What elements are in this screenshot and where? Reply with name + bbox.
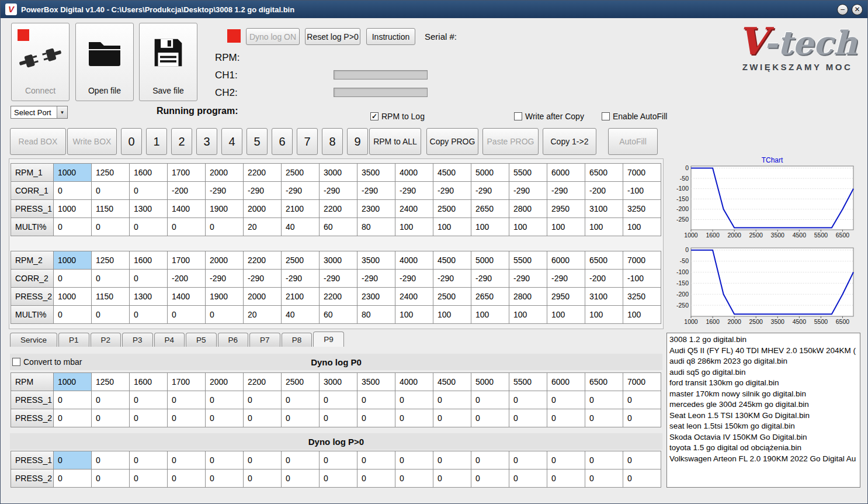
table-cell[interactable]: -200 (168, 270, 206, 288)
table-cell[interactable]: 3250 (623, 200, 661, 218)
table-cell[interactable]: 40 (282, 218, 320, 236)
table-cell[interactable]: -290 (509, 182, 547, 200)
table-cell[interactable]: 2500 (282, 251, 320, 270)
table-cell[interactable]: 60 (320, 218, 357, 236)
tab-p1[interactable]: P1 (58, 333, 89, 347)
table-cell[interactable]: 7000 (623, 164, 661, 182)
file-item[interactable]: ford transit 130km go digital.bin (667, 378, 860, 389)
table-cell[interactable]: 0 (433, 391, 471, 409)
table-cell[interactable]: 100 (585, 306, 623, 324)
table-cell[interactable]: 2100 (282, 200, 320, 218)
table-cell[interactable]: 0 (433, 409, 471, 427)
file-item[interactable]: audi sq5 go digital.bin (667, 367, 860, 378)
paste-prog-button[interactable]: Paste PROG (482, 128, 539, 155)
table-cell[interactable]: 0 (92, 218, 130, 236)
table-cell[interactable]: 0 (585, 470, 623, 488)
table-cell[interactable]: 2000 (206, 164, 244, 182)
table-cell[interactable]: 5500 (509, 164, 547, 182)
tab-p4[interactable]: P4 (154, 333, 185, 347)
table-cell[interactable]: 5500 (509, 251, 547, 270)
tab-p7[interactable]: P7 (249, 333, 280, 347)
table-cell[interactable]: 1250 (92, 373, 130, 391)
table-cell[interactable]: 2200 (320, 288, 357, 306)
table-cell[interactable]: 1400 (168, 288, 206, 306)
table-cell[interactable]: 100 (471, 218, 509, 236)
table-cell[interactable]: 100 (509, 218, 547, 236)
table-cell[interactable]: -200 (168, 182, 206, 200)
table-cell[interactable]: -290 (471, 270, 509, 288)
table-cell[interactable]: 4500 (433, 251, 471, 270)
program-button-2[interactable]: 2 (171, 128, 192, 155)
table-cell[interactable]: 2000 (206, 373, 244, 391)
table-cell[interactable]: 0 (357, 451, 395, 470)
table-cell[interactable]: 0 (54, 451, 92, 470)
port-select[interactable]: Select Port ▼ (11, 106, 68, 119)
table-cell[interactable]: 0 (395, 391, 433, 409)
table-cell[interactable]: 0 (206, 306, 244, 324)
tab-p3[interactable]: P3 (122, 333, 153, 347)
table-cell[interactable]: 0 (547, 451, 585, 470)
table-cell[interactable]: 0 (92, 451, 130, 470)
table-cell[interactable]: 3000 (320, 251, 357, 270)
table-cell[interactable]: 1150 (92, 200, 130, 218)
table-cell[interactable]: 2300 (357, 288, 395, 306)
table-cell[interactable]: 5500 (509, 373, 547, 391)
table-cell[interactable]: 2400 (395, 288, 433, 306)
table-cell[interactable]: 0 (130, 470, 168, 488)
file-item[interactable]: seat leon 1.5tsi 150km go digital.bin (667, 421, 860, 432)
table-cell[interactable]: 0 (54, 391, 92, 409)
table-cell[interactable]: 0 (585, 451, 623, 470)
program-button-3[interactable]: 3 (196, 128, 217, 155)
table-cell[interactable]: 0 (130, 391, 168, 409)
table-cell[interactable]: 0 (54, 218, 92, 236)
table-cell[interactable]: -290 (471, 182, 509, 200)
file-item[interactable]: Skoda Octavia IV 150KM Go Digital.bin (667, 432, 860, 443)
table-cell[interactable]: 2000 (206, 251, 244, 270)
file-item[interactable]: mercedes gle 300d 245km go digital.bin (667, 399, 860, 410)
file-list[interactable]: 3008 1.2 go digital.binAudi Q5 II (FY FL… (666, 333, 860, 488)
table-cell[interactable]: 0 (206, 451, 244, 470)
table-cell[interactable]: -290 (244, 182, 282, 200)
table-cell[interactable]: 0 (282, 451, 320, 470)
table-cell[interactable]: 0 (130, 306, 168, 324)
table-cell[interactable]: 20 (244, 306, 282, 324)
table-cell[interactable]: 0 (54, 306, 92, 324)
table-cell[interactable]: 3100 (585, 200, 623, 218)
table-cell[interactable]: 7000 (623, 373, 661, 391)
program-button-5[interactable]: 5 (246, 128, 268, 155)
table-cell[interactable]: -290 (357, 182, 395, 200)
autofill-button[interactable]: AutoFill (608, 128, 658, 155)
table-cell[interactable]: 4500 (433, 373, 471, 391)
table-cell[interactable]: 0 (509, 470, 547, 488)
table-cell[interactable]: 1000 (54, 251, 92, 270)
file-item[interactable]: Audi Q5 II (FY FL) 40 TDI MHEV 2.0 150kW… (667, 346, 860, 357)
program-button-8[interactable]: 8 (322, 128, 343, 155)
program-button-0[interactable]: 0 (121, 128, 142, 155)
chevron-down-icon[interactable]: ▼ (57, 106, 67, 118)
tab-p8[interactable]: P8 (282, 333, 313, 347)
table-cell[interactable]: 0 (168, 391, 206, 409)
file-item[interactable]: toyota 1.5 go digital od obciążenia.bin (667, 443, 860, 454)
table-cell[interactable]: 1000 (54, 288, 92, 306)
table-cell[interactable]: -290 (282, 270, 320, 288)
table-cell[interactable]: 2300 (357, 200, 395, 218)
table-cell[interactable]: 0 (357, 409, 395, 427)
table-cell[interactable]: 80 (357, 306, 395, 324)
copy-1-to-2-button[interactable]: Copy 1->2 (543, 128, 596, 155)
table-cell[interactable]: -290 (206, 182, 244, 200)
table-cell[interactable]: -290 (433, 182, 471, 200)
checkbox-write-after-copy[interactable]: ✓ Write after Copy (514, 112, 584, 121)
table-cell[interactable]: 3000 (320, 373, 357, 391)
table-cell[interactable]: 0 (282, 391, 320, 409)
program-button-6[interactable]: 6 (272, 128, 293, 155)
checkbox-enable-autofill[interactable]: ✓ Enable AutoFill (602, 112, 667, 121)
table-cell[interactable]: 0 (547, 409, 585, 427)
table-cell[interactable]: 1150 (92, 288, 130, 306)
table-cell[interactable]: 1900 (206, 200, 244, 218)
table-cell[interactable]: 2500 (282, 164, 320, 182)
program-button-9[interactable]: 9 (347, 128, 368, 155)
save-file-button[interactable]: Save file (139, 23, 197, 101)
table-cell[interactable]: 2650 (471, 288, 509, 306)
table-cell[interactable]: 2200 (244, 164, 282, 182)
table-cell[interactable]: 6000 (547, 164, 585, 182)
